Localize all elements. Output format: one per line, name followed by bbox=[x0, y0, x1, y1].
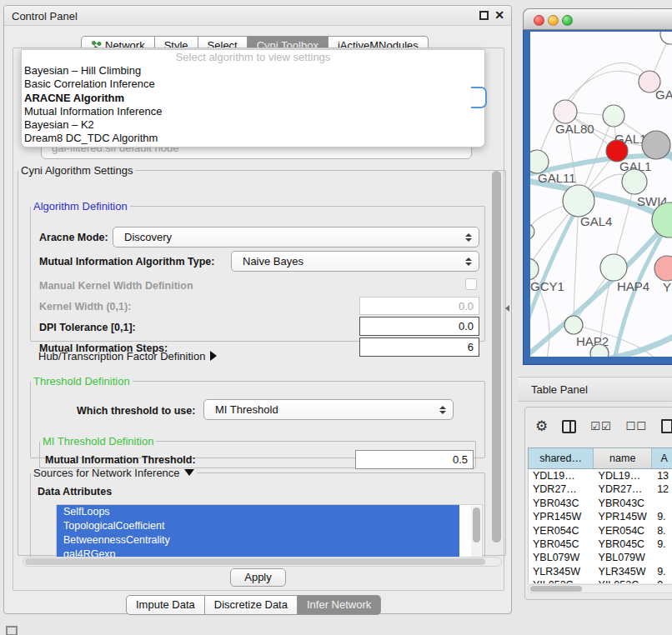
table-body[interactable]: YDL19…YDL19…13YDR27…YDR27…12YBR043CYBR04… bbox=[528, 469, 672, 583]
mi-threshold-title: MI Threshold Definition bbox=[40, 435, 156, 448]
node-top-partial[interactable] bbox=[660, 32, 672, 44]
column-header-shared-name[interactable]: shared… bbox=[529, 448, 594, 468]
threshold-definition-group: Threshold Definition Which threshold to … bbox=[30, 375, 485, 458]
node-salmon[interactable] bbox=[654, 256, 672, 281]
table-cell: 12 bbox=[653, 482, 672, 496]
table-cell: YBR045C bbox=[529, 538, 594, 551]
splitter-collapse-icon[interactable] bbox=[505, 305, 509, 312]
table-row[interactable]: YDR27…YDR27…12 bbox=[529, 482, 672, 496]
mi-threshold-label: Mutual Information Threshold: bbox=[45, 454, 196, 466]
settings-horizontal-scrollbar[interactable] bbox=[23, 557, 502, 567]
node-gal11[interactable] bbox=[530, 150, 549, 173]
table-row[interactable]: YBR045CYBR045C9. bbox=[529, 538, 672, 551]
algorithm-definition-title: Algorithm Definition bbox=[31, 200, 130, 212]
table-row[interactable]: YER054CYER054C8. bbox=[529, 524, 672, 538]
stepper-arrows-icon bbox=[465, 258, 472, 266]
cyni-algorithm-settings-title: Cyni Algorithm Settings bbox=[18, 164, 135, 177]
node-gal80[interactable] bbox=[554, 100, 577, 123]
aracne-mode-combo[interactable]: Discovery bbox=[113, 227, 479, 248]
table-row[interactable]: YIL052CYIL052C9 bbox=[529, 578, 672, 583]
algorithm-option[interactable]: Mutual Information Inference bbox=[22, 105, 484, 118]
mi-type-combo[interactable]: Naive Bayes bbox=[231, 251, 479, 272]
node-gcy1[interactable] bbox=[530, 258, 539, 280]
tab-discretize-data[interactable]: Discretize Data bbox=[205, 595, 298, 615]
table-horizontal-scrollbar[interactable] bbox=[528, 584, 672, 593]
data-attribute-item[interactable]: BetweennessCentrality bbox=[57, 533, 459, 548]
table-cell: YDR27… bbox=[594, 482, 654, 496]
control-panel-title: Control Panel bbox=[12, 10, 78, 22]
table-row[interactable]: YDL19…YDL19…13 bbox=[529, 469, 672, 482]
unchecked-boxes-icon[interactable]: ☐☐ bbox=[626, 420, 647, 432]
mini-window-icon[interactable] bbox=[6, 626, 18, 635]
table-cell: 8. bbox=[653, 524, 672, 538]
checked-boxes-icon[interactable]: ☑☑ bbox=[590, 420, 611, 432]
network-canvas[interactable]: GALGAL80GAL10GAL1GAL11SWI4GAL4GCY1HAP4YH… bbox=[530, 32, 672, 357]
manual-kernel-checkbox[interactable] bbox=[465, 278, 477, 290]
kernel-width-field[interactable]: 0.0 bbox=[359, 297, 479, 315]
hub-definition-toggle[interactable]: Hub/Transcription Factor Definition bbox=[38, 350, 217, 362]
algorithm-option[interactable]: Bayesian – K2 bbox=[22, 118, 484, 132]
mi-threshold-group: MI Threshold Definition Mutual Informati… bbox=[39, 435, 476, 468]
collapse-down-icon bbox=[184, 469, 194, 476]
table-cell: YBR045C bbox=[594, 538, 654, 551]
table-cell bbox=[653, 551, 672, 564]
bottom-tab-bar: Impute Data Discretize Data Infer Networ… bbox=[126, 595, 381, 615]
algorithm-option[interactable]: Bayesian – Hill Climbing bbox=[22, 64, 484, 78]
tab-impute-data[interactable]: Impute Data bbox=[126, 595, 205, 615]
table-header-row: shared… name A bbox=[528, 448, 672, 469]
table-row[interactable]: YLR345WYLR345W9. bbox=[529, 565, 672, 578]
apply-button[interactable]: Apply bbox=[230, 568, 286, 587]
column-header-cut[interactable]: A bbox=[652, 448, 672, 468]
network-canvas-svg: GALGAL80GAL10GAL1GAL11SWI4GAL4GCY1HAP4YH… bbox=[530, 32, 672, 357]
which-threshold-combo[interactable]: MI Threshold bbox=[203, 399, 454, 420]
columns-icon[interactable] bbox=[562, 420, 576, 433]
expand-right-icon bbox=[210, 351, 217, 361]
algorithm-dropdown-list: Bayesian – Hill ClimbingBasic Correlatio… bbox=[22, 64, 484, 146]
settings-vertical-scrollbar[interactable] bbox=[491, 169, 502, 552]
node-hap4[interactable] bbox=[600, 254, 627, 281]
algorithm-dropdown-placeholder: Select algorithm to view settings bbox=[22, 50, 484, 64]
algorithm-option[interactable]: Dream8 DC_TDC Algorithm bbox=[22, 132, 484, 145]
node-left-small[interactable] bbox=[530, 224, 534, 239]
close-window-button[interactable] bbox=[534, 15, 544, 26]
table-cell: YBR043C bbox=[594, 497, 654, 510]
minimize-window-button[interactable] bbox=[548, 15, 559, 26]
node-gal-cut-label: GAL bbox=[655, 88, 672, 102]
network-view-frame: GALGAL80GAL10GAL1GAL11SWI4GAL4GCY1HAP4YH… bbox=[523, 30, 672, 365]
table-cell: YDR27… bbox=[529, 482, 594, 496]
dpi-tolerance-field[interactable]: 0.0 bbox=[359, 317, 479, 336]
node-hap2[interactable] bbox=[564, 316, 583, 334]
table-panel-titlebar: Table Panel bbox=[518, 377, 672, 402]
node-hap4-label: HAP4 bbox=[617, 279, 649, 293]
table-row[interactable]: YBL079WYBL079W bbox=[529, 551, 672, 564]
table-row[interactable]: YBR043CYBR043C bbox=[529, 497, 672, 510]
node-table: shared… name A YDL19…YDL19…13YDR27…YDR27… bbox=[528, 448, 672, 583]
node-gal4-label: GAL4 bbox=[580, 214, 612, 228]
mi-steps-field[interactable]: 6 bbox=[359, 338, 479, 357]
zoom-window-button[interactable] bbox=[562, 15, 573, 26]
algorithm-combo-fragment[interactable] bbox=[471, 87, 487, 108]
algorithm-option[interactable]: Basic Correlation Inference bbox=[22, 78, 484, 91]
gear-icon[interactable]: ⚙ bbox=[535, 420, 548, 433]
table-cell: YIL052C bbox=[529, 578, 594, 583]
node-swi4[interactable] bbox=[622, 169, 647, 194]
data-attribute-item[interactable]: TopologicalCoefficient bbox=[57, 519, 459, 533]
table-row[interactable]: YPR145WYPR145W9. bbox=[529, 510, 672, 523]
close-icon[interactable]: ✕ bbox=[494, 8, 504, 22]
node-gal11-label: GAL11 bbox=[538, 171, 576, 185]
network-window-titlebar[interactable] bbox=[523, 8, 672, 30]
node-gal4[interactable] bbox=[563, 185, 594, 217]
tab-infer-network[interactable]: Infer Network bbox=[298, 595, 381, 615]
table-panel: ⚙ ☑☑ ☐☐ shared… name A YDL19…YDL19…13YDR… bbox=[524, 407, 672, 600]
algorithm-dropdown-popup: Select algorithm to view settings Bayesi… bbox=[21, 49, 485, 148]
algorithm-option[interactable]: ARACNE Algorithm bbox=[22, 92, 484, 105]
node-gal10[interactable] bbox=[603, 105, 624, 127]
node-gray[interactable] bbox=[642, 131, 670, 159]
column-header-name[interactable]: name bbox=[594, 448, 652, 468]
page-icon[interactable] bbox=[661, 419, 672, 433]
data-attribute-item[interactable]: SelfLoops bbox=[57, 505, 459, 519]
float-window-icon[interactable] bbox=[479, 11, 489, 20]
table-cell: 9. bbox=[653, 510, 672, 523]
sources-title[interactable]: Sources for Network Inference bbox=[31, 467, 197, 479]
table-cell bbox=[653, 497, 672, 510]
